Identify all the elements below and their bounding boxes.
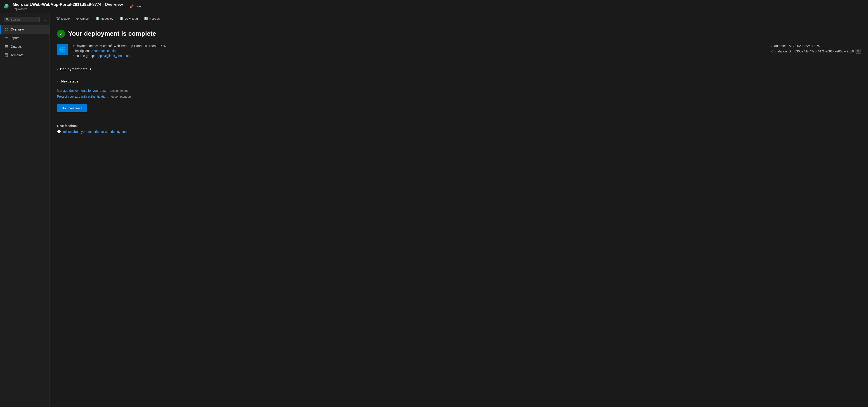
feedback-section: Give feedback 💬 Tell us about your exper… bbox=[57, 124, 861, 133]
svg-rect-17 bbox=[5, 47, 8, 48]
next-step-1: Manage deployments for your app. Recomme… bbox=[57, 89, 861, 92]
deployment-details-section: › Deployment details bbox=[57, 65, 861, 73]
manage-deployments-badge: Recommended bbox=[108, 89, 128, 92]
deployment-title: Your deployment is complete bbox=[68, 30, 156, 37]
overview-icon bbox=[4, 27, 8, 31]
search-input[interactable] bbox=[11, 18, 37, 21]
svg-rect-11 bbox=[6, 30, 8, 31]
svg-rect-7 bbox=[5, 6, 6, 7]
resource-group-label: Resource group: bbox=[71, 54, 95, 58]
sidebar-item-overview[interactable]: Overview bbox=[0, 25, 50, 34]
feedback-icon: 💬 bbox=[57, 130, 61, 133]
go-to-resource-button[interactable]: Go to resource bbox=[57, 104, 87, 112]
manage-deployments-link[interactable]: Manage deployments for your app. bbox=[57, 89, 106, 92]
outputs-icon bbox=[4, 44, 8, 49]
deployment-details-right: Start time: 5/17/2023, 2:25:17 PM Correl… bbox=[771, 44, 861, 59]
svg-rect-13 bbox=[5, 38, 7, 38]
chevron-right-icon: › bbox=[57, 68, 58, 71]
next-steps-title: Next steps bbox=[61, 79, 79, 83]
subscription-link[interactable]: Azure subscription 1 bbox=[91, 49, 120, 53]
inputs-icon bbox=[4, 36, 8, 40]
success-icon: ✓ bbox=[57, 30, 65, 38]
delete-button[interactable]: 🗑️ Delete bbox=[53, 15, 72, 22]
content-area: 🗑️ Delete ⊘ Cancel ⬆️ Redeploy ⬇️ Downlo… bbox=[50, 13, 868, 407]
page-title: Microsoft.Web-WebApp-Portal-2611d8a9-877… bbox=[13, 2, 123, 7]
svg-rect-21 bbox=[5, 55, 7, 55]
correlation-id-label: Correlation ID: bbox=[771, 50, 792, 53]
deployment-name-label: Deployment name: bbox=[71, 44, 98, 48]
pin-button[interactable]: 📌 bbox=[128, 3, 135, 9]
sidebar-item-inputs[interactable]: Inputs bbox=[0, 34, 50, 42]
download-label: Download bbox=[125, 17, 138, 20]
protect-app-badge: Recommended bbox=[111, 95, 131, 98]
search-icon: 🔍 bbox=[6, 18, 9, 21]
resource-group-link[interactable]: appsvc_linux_centralus bbox=[96, 54, 129, 58]
cancel-icon: ⊘ bbox=[76, 17, 79, 20]
sidebar-item-outputs[interactable]: Outputs bbox=[0, 42, 50, 51]
deployment-name-value: Microsoft.Web-WebApp-Portal-2611d8a9-877… bbox=[100, 44, 165, 48]
sidebar-item-template[interactable]: Template bbox=[0, 51, 50, 59]
toolbar: 🗑️ Delete ⊘ Cancel ⬆️ Redeploy ⬇️ Downlo… bbox=[50, 13, 868, 24]
next-steps-section: ∨ Next steps Manage deployments for your… bbox=[57, 77, 861, 120]
next-steps-header[interactable]: ∨ Next steps bbox=[57, 77, 861, 85]
sidebar-template-label: Template bbox=[11, 53, 24, 57]
globe-icon: 🌐 bbox=[59, 46, 66, 53]
template-icon bbox=[4, 53, 8, 57]
refresh-button[interactable]: 🔄 Refresh bbox=[142, 15, 162, 22]
search-container: 🔍 bbox=[1, 15, 42, 24]
sidebar-inputs-label: Inputs bbox=[11, 36, 19, 40]
main-layout: 🔍 « Overview bbox=[0, 13, 868, 407]
delete-label: Delete bbox=[61, 17, 70, 20]
feedback-link[interactable]: Tell us about your experience with deplo… bbox=[63, 130, 127, 133]
download-icon: ⬇️ bbox=[120, 17, 123, 20]
cancel-button[interactable]: ⊘ Cancel bbox=[73, 15, 92, 22]
cancel-label: Cancel bbox=[80, 17, 89, 20]
svg-rect-10 bbox=[5, 30, 6, 31]
deployment-name-line: Deployment name: Microsoft.Web-WebApp-Po… bbox=[71, 44, 758, 48]
start-time-label: Start time: bbox=[771, 44, 786, 48]
svg-rect-8 bbox=[5, 28, 6, 29]
deployment-type-icon: 🌐 bbox=[57, 44, 68, 55]
download-button[interactable]: ⬇️ Download bbox=[117, 15, 141, 22]
deployment-header: ✓ Your deployment is complete bbox=[57, 30, 861, 38]
deployment-details-header[interactable]: › Deployment details bbox=[57, 65, 861, 73]
feedback-title: Give feedback bbox=[57, 124, 861, 128]
deployment-details-left: Deployment name: Microsoft.Web-WebApp-Po… bbox=[71, 44, 758, 59]
header-actions: 📌 ••• bbox=[128, 3, 142, 9]
next-step-2: Protect your app with authentication. Re… bbox=[57, 95, 861, 98]
svg-rect-12 bbox=[5, 37, 8, 37]
content-body: ✓ Your deployment is complete 🌐 Deployme… bbox=[50, 24, 868, 139]
correlation-id-value: 830be7d7-43c5-4471-9682-f7e668ac7b19 bbox=[795, 50, 854, 53]
sidebar: 🔍 « Overview bbox=[0, 13, 50, 407]
svg-rect-14 bbox=[5, 39, 7, 39]
sidebar-overview-label: Overview bbox=[11, 28, 24, 31]
sidebar-nav: Overview Inputs bbox=[0, 25, 50, 59]
svg-rect-16 bbox=[5, 46, 8, 46]
refresh-label: Refresh bbox=[149, 17, 160, 20]
correlation-id-line: Correlation ID: 830be7d7-43c5-4471-9682-… bbox=[771, 49, 861, 54]
header-title-block: Microsoft.Web-WebApp-Portal-2611d8a9-877… bbox=[13, 2, 123, 11]
top-header: Microsoft.Web-WebApp-Portal-2611d8a9-877… bbox=[0, 0, 868, 13]
sidebar-outputs-label: Outputs bbox=[11, 45, 22, 49]
subscription-line: Subscription: Azure subscription 1 bbox=[71, 49, 758, 53]
page-subtitle: Deployment bbox=[13, 7, 123, 11]
svg-rect-20 bbox=[5, 54, 7, 55]
redeploy-label: Redeploy bbox=[101, 17, 113, 20]
collapse-sidebar-button[interactable]: « bbox=[43, 18, 49, 23]
deployment-details-title: Deployment details bbox=[60, 67, 91, 71]
deployment-info-row: 🌐 Deployment name: Microsoft.Web-WebApp-… bbox=[57, 44, 861, 59]
svg-rect-18 bbox=[5, 48, 7, 48]
subscription-label: Subscription: bbox=[71, 49, 90, 53]
protect-app-link[interactable]: Protect your app with authentication. bbox=[57, 95, 108, 98]
resource-group-line: Resource group: appsvc_linux_centralus bbox=[71, 54, 758, 58]
redeploy-button[interactable]: ⬆️ Redeploy bbox=[93, 15, 116, 22]
feedback-link-row: 💬 Tell us about your experience with dep… bbox=[57, 130, 861, 133]
svg-rect-22 bbox=[5, 56, 6, 56]
copy-correlation-id-button[interactable]: ⧉ bbox=[856, 49, 861, 54]
more-options-button[interactable]: ••• bbox=[136, 4, 142, 9]
start-time-value: 5/17/2023, 2:25:17 PM bbox=[788, 44, 820, 48]
svg-rect-15 bbox=[5, 45, 8, 45]
chevron-down-icon: ∨ bbox=[57, 80, 59, 83]
redeploy-icon: ⬆️ bbox=[96, 17, 99, 20]
azure-logo bbox=[4, 3, 10, 10]
